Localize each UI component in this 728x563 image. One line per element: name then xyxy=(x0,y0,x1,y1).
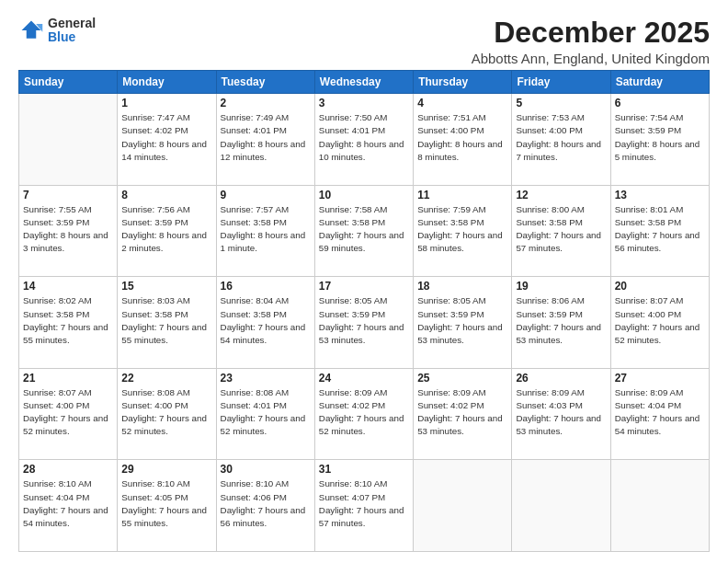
table-row: 8Sunrise: 7:56 AMSunset: 3:59 PMDaylight… xyxy=(118,185,216,277)
table-row: 30Sunrise: 8:10 AMSunset: 4:06 PMDayligh… xyxy=(216,460,314,552)
day-number: 12 xyxy=(516,189,606,201)
table-row: 15Sunrise: 8:03 AMSunset: 3:58 PMDayligh… xyxy=(118,277,216,369)
col-monday: Monday xyxy=(118,71,216,94)
table-row: 29Sunrise: 8:10 AMSunset: 4:05 PMDayligh… xyxy=(118,460,216,552)
table-row: 31Sunrise: 8:10 AMSunset: 4:07 PMDayligh… xyxy=(314,460,413,552)
day-number: 11 xyxy=(417,189,507,201)
table-row: 4Sunrise: 7:51 AMSunset: 4:00 PMDaylight… xyxy=(414,94,512,186)
calendar-header-row: Sunday Monday Tuesday Wednesday Thursday… xyxy=(19,71,710,94)
table-row: 10Sunrise: 7:58 AMSunset: 3:58 PMDayligh… xyxy=(314,185,413,277)
day-info: Sunrise: 7:53 AMSunset: 4:00 PMDaylight:… xyxy=(516,111,606,164)
day-info: Sunrise: 7:50 AMSunset: 4:01 PMDaylight:… xyxy=(319,111,409,164)
calendar-table: Sunday Monday Tuesday Wednesday Thursday… xyxy=(18,70,710,552)
header: General Blue December 2025 Abbotts Ann, … xyxy=(18,17,710,66)
calendar-week-row: 14Sunrise: 8:02 AMSunset: 3:58 PMDayligh… xyxy=(19,277,710,369)
table-row: 7Sunrise: 7:55 AMSunset: 3:59 PMDaylight… xyxy=(19,185,118,277)
logo: General Blue xyxy=(18,17,96,45)
day-number: 29 xyxy=(121,463,211,476)
table-row: 1Sunrise: 7:47 AMSunset: 4:02 PMDaylight… xyxy=(118,94,216,186)
table-row: 23Sunrise: 8:08 AMSunset: 4:01 PMDayligh… xyxy=(216,368,314,460)
table-row: 3Sunrise: 7:50 AMSunset: 4:01 PMDaylight… xyxy=(314,94,413,186)
table-row: 28Sunrise: 8:10 AMSunset: 4:04 PMDayligh… xyxy=(19,460,118,552)
day-number: 14 xyxy=(23,280,113,293)
day-number: 25 xyxy=(417,372,507,385)
table-row: 27Sunrise: 8:09 AMSunset: 4:04 PMDayligh… xyxy=(610,368,709,460)
day-number: 1 xyxy=(121,97,211,109)
day-number: 10 xyxy=(319,189,409,201)
day-number: 8 xyxy=(121,189,211,201)
calendar-week-row: 7Sunrise: 7:55 AMSunset: 3:59 PMDaylight… xyxy=(19,185,710,277)
logo-blue: Blue xyxy=(48,30,96,44)
day-info: Sunrise: 8:10 AMSunset: 4:06 PMDaylight:… xyxy=(221,477,311,530)
day-info: Sunrise: 8:10 AMSunset: 4:07 PMDaylight:… xyxy=(319,477,409,530)
table-row: 20Sunrise: 8:07 AMSunset: 4:00 PMDayligh… xyxy=(610,277,709,369)
day-number: 23 xyxy=(221,372,311,385)
day-number: 31 xyxy=(319,463,409,476)
day-info: Sunrise: 8:10 AMSunset: 4:05 PMDaylight:… xyxy=(121,477,211,530)
day-info: Sunrise: 7:51 AMSunset: 4:00 PMDaylight:… xyxy=(417,111,507,164)
day-info: Sunrise: 7:57 AMSunset: 3:58 PMDaylight:… xyxy=(221,203,311,256)
table-row: 26Sunrise: 8:09 AMSunset: 4:03 PMDayligh… xyxy=(512,368,610,460)
day-info: Sunrise: 8:08 AMSunset: 4:01 PMDaylight:… xyxy=(221,386,311,439)
day-number: 30 xyxy=(221,463,311,476)
table-row: 5Sunrise: 7:53 AMSunset: 4:00 PMDaylight… xyxy=(512,94,610,186)
day-number: 22 xyxy=(121,372,211,385)
table-row: 22Sunrise: 8:08 AMSunset: 4:00 PMDayligh… xyxy=(118,368,216,460)
day-info: Sunrise: 7:54 AMSunset: 3:59 PMDaylight:… xyxy=(615,111,705,164)
table-row: 21Sunrise: 8:07 AMSunset: 4:00 PMDayligh… xyxy=(19,368,118,460)
table-row: 12Sunrise: 8:00 AMSunset: 3:58 PMDayligh… xyxy=(512,185,610,277)
day-info: Sunrise: 8:05 AMSunset: 3:59 PMDaylight:… xyxy=(417,294,507,347)
day-number: 17 xyxy=(319,280,409,293)
day-info: Sunrise: 8:05 AMSunset: 3:59 PMDaylight:… xyxy=(319,294,409,347)
month-year: December 2025 xyxy=(472,17,710,49)
logo-icon xyxy=(18,17,44,43)
col-wednesday: Wednesday xyxy=(314,71,413,94)
day-info: Sunrise: 8:09 AMSunset: 4:02 PMDaylight:… xyxy=(319,386,409,439)
day-info: Sunrise: 8:09 AMSunset: 4:04 PMDaylight:… xyxy=(615,386,705,439)
day-number: 15 xyxy=(121,280,211,293)
day-number: 3 xyxy=(319,97,409,109)
table-row: 2Sunrise: 7:49 AMSunset: 4:01 PMDaylight… xyxy=(216,94,314,186)
table-row: 16Sunrise: 8:04 AMSunset: 3:58 PMDayligh… xyxy=(216,277,314,369)
day-info: Sunrise: 8:06 AMSunset: 3:59 PMDaylight:… xyxy=(516,294,606,347)
logo-text: General Blue xyxy=(48,17,96,45)
page: General Blue December 2025 Abbotts Ann, … xyxy=(0,0,728,563)
day-info: Sunrise: 8:03 AMSunset: 3:58 PMDaylight:… xyxy=(121,294,211,347)
table-row xyxy=(19,94,118,186)
day-info: Sunrise: 7:49 AMSunset: 4:01 PMDaylight:… xyxy=(221,111,311,164)
table-row: 17Sunrise: 8:05 AMSunset: 3:59 PMDayligh… xyxy=(314,277,413,369)
table-row: 25Sunrise: 8:09 AMSunset: 4:02 PMDayligh… xyxy=(414,368,512,460)
table-row xyxy=(512,460,610,552)
col-tuesday: Tuesday xyxy=(216,71,314,94)
col-friday: Friday xyxy=(512,71,610,94)
table-row: 9Sunrise: 7:57 AMSunset: 3:58 PMDaylight… xyxy=(216,185,314,277)
day-info: Sunrise: 8:09 AMSunset: 4:03 PMDaylight:… xyxy=(516,386,606,439)
day-info: Sunrise: 8:10 AMSunset: 4:04 PMDaylight:… xyxy=(23,477,113,530)
day-info: Sunrise: 8:09 AMSunset: 4:02 PMDaylight:… xyxy=(417,386,507,439)
day-number: 26 xyxy=(516,372,606,385)
logo-general: General xyxy=(48,17,96,30)
day-number: 6 xyxy=(615,97,705,109)
day-info: Sunrise: 8:00 AMSunset: 3:58 PMDaylight:… xyxy=(516,203,606,256)
table-row xyxy=(610,460,709,552)
day-number: 18 xyxy=(417,280,507,293)
calendar-week-row: 28Sunrise: 8:10 AMSunset: 4:04 PMDayligh… xyxy=(19,460,710,552)
day-number: 9 xyxy=(221,189,311,201)
day-number: 4 xyxy=(417,97,507,109)
day-info: Sunrise: 8:07 AMSunset: 4:00 PMDaylight:… xyxy=(23,386,113,439)
day-info: Sunrise: 7:56 AMSunset: 3:59 PMDaylight:… xyxy=(121,203,211,256)
calendar-week-row: 1Sunrise: 7:47 AMSunset: 4:02 PMDaylight… xyxy=(19,94,710,186)
col-sunday: Sunday xyxy=(19,71,118,94)
day-number: 5 xyxy=(516,97,606,109)
day-number: 20 xyxy=(615,280,705,293)
day-info: Sunrise: 7:55 AMSunset: 3:59 PMDaylight:… xyxy=(23,203,113,256)
location: Abbotts Ann, England, United Kingdom xyxy=(472,51,710,66)
day-info: Sunrise: 7:58 AMSunset: 3:58 PMDaylight:… xyxy=(319,203,409,256)
day-number: 27 xyxy=(615,372,705,385)
day-number: 13 xyxy=(615,189,705,201)
title-block: December 2025 Abbotts Ann, England, Unit… xyxy=(472,17,710,66)
table-row: 19Sunrise: 8:06 AMSunset: 3:59 PMDayligh… xyxy=(512,277,610,369)
day-info: Sunrise: 8:07 AMSunset: 4:00 PMDaylight:… xyxy=(615,294,705,347)
table-row: 11Sunrise: 7:59 AMSunset: 3:58 PMDayligh… xyxy=(414,185,512,277)
day-info: Sunrise: 8:02 AMSunset: 3:58 PMDaylight:… xyxy=(23,294,113,347)
